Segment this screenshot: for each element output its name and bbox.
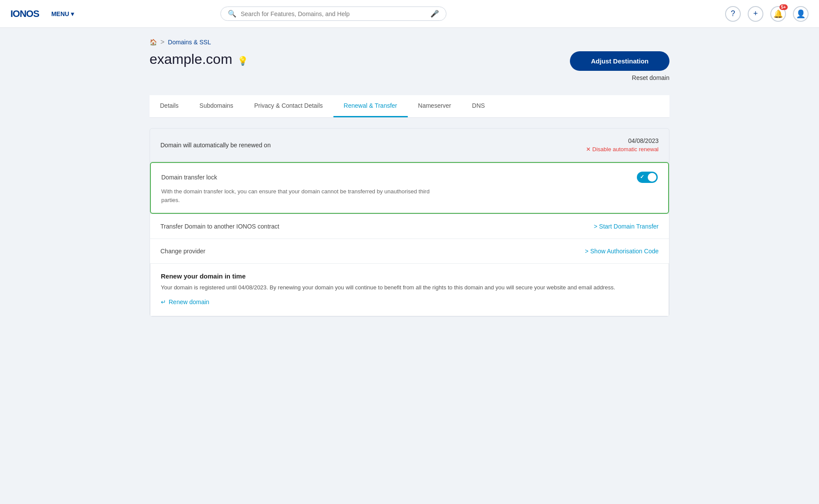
- renew-section: Renew your domain in time Your domain is…: [150, 263, 669, 316]
- renew-domain-link[interactable]: ↵ Renew domain: [161, 298, 658, 305]
- breadcrumb-domains[interactable]: Domains & SSL: [168, 39, 211, 46]
- auto-renew-label: Domain will automatically be renewed on: [160, 142, 271, 149]
- disable-renewal-link[interactable]: ✕ Disable automatic renewal: [586, 146, 659, 153]
- notification-badge: 5+: [779, 4, 788, 10]
- notifications-button[interactable]: 🔔 5+: [770, 6, 786, 22]
- header-icons: ? + 🔔 5+ 👤: [725, 6, 809, 22]
- microphone-icon[interactable]: 🎤: [430, 10, 439, 18]
- bell-icon: 🔔: [773, 9, 783, 19]
- chevron-right-icon: >: [594, 223, 597, 230]
- renewal-date-block: 04/08/2023 ✕ Disable automatic renewal: [586, 137, 659, 153]
- transfer-lock-title: Domain transfer lock: [161, 174, 217, 181]
- transfer-domain-label: Transfer Domain to another IONOS contrac…: [160, 223, 279, 230]
- tab-subdomains[interactable]: Subdomains: [189, 95, 244, 117]
- page-title: example.com: [150, 51, 232, 67]
- user-button[interactable]: 👤: [793, 6, 809, 22]
- adjust-destination-button[interactable]: Adjust Destination: [570, 51, 669, 71]
- user-icon: 👤: [796, 9, 806, 19]
- change-provider-row: Change provider > Show Authorisation Cod…: [150, 239, 669, 263]
- header: IONOS MENU ▾ 🔍 🎤 ? + 🔔 5+ 👤: [0, 0, 819, 28]
- x-icon: ✕: [586, 146, 591, 153]
- tab-renewal[interactable]: Renewal & Transfer: [333, 95, 408, 117]
- transfer-lock-toggle[interactable]: ✓: [637, 172, 658, 183]
- search-bar: 🔍 🎤: [220, 7, 446, 21]
- page-title-left: example.com 💡: [150, 51, 248, 67]
- start-domain-transfer-link[interactable]: > Start Domain Transfer: [594, 223, 659, 230]
- tab-nameserver[interactable]: Nameserver: [408, 95, 462, 117]
- page-title-row: example.com 💡 Adjust Destination Reset d…: [150, 51, 669, 81]
- reset-domain-button[interactable]: Reset domain: [632, 74, 669, 81]
- tab-dns[interactable]: DNS: [462, 95, 496, 117]
- check-icon: ✓: [640, 174, 644, 180]
- chevron-right-icon-2: >: [585, 248, 589, 255]
- tab-details[interactable]: Details: [150, 95, 189, 117]
- question-icon: ?: [731, 9, 735, 18]
- tabs-bar: Details Subdomains Privacy & Contact Det…: [150, 95, 669, 118]
- auto-renewal-row: Domain will automatically be renewed on …: [150, 129, 669, 162]
- logo: IONOS: [10, 8, 39, 20]
- renew-title: Renew your domain in time: [161, 272, 658, 280]
- transfer-lock-description: With the domain transfer lock, you can e…: [161, 187, 431, 204]
- search-input[interactable]: [241, 10, 426, 17]
- cards-container: Domain will automatically be renewed on …: [150, 128, 669, 317]
- renew-description: Your domain is registered until 04/08/20…: [161, 283, 658, 292]
- add-button[interactable]: +: [748, 6, 763, 22]
- page-wrapper: 🏠 > Domains & SSL example.com 💡 Adjust D…: [136, 28, 683, 327]
- bulb-icon[interactable]: 💡: [237, 56, 248, 66]
- page-title-actions: Adjust Destination Reset domain: [570, 51, 669, 81]
- show-authorisation-code-link[interactable]: > Show Authorisation Code: [585, 248, 659, 255]
- plus-icon: +: [753, 9, 758, 18]
- transfer-lock-header: Domain transfer lock ✓: [161, 172, 658, 183]
- change-provider-label: Change provider: [160, 248, 206, 255]
- transfer-domain-row: Transfer Domain to another IONOS contrac…: [150, 214, 669, 239]
- breadcrumb-separator: >: [160, 38, 164, 46]
- menu-button[interactable]: MENU ▾: [48, 9, 77, 19]
- search-icon: 🔍: [228, 10, 236, 18]
- breadcrumb: 🏠 > Domains & SSL: [150, 38, 669, 46]
- help-button[interactable]: ?: [725, 6, 741, 22]
- tab-privacy[interactable]: Privacy & Contact Details: [244, 95, 333, 117]
- renewal-date-value: 04/08/2023: [586, 137, 659, 144]
- transfer-lock-card: Domain transfer lock ✓ With the domain t…: [150, 162, 669, 214]
- toggle-thumb: [648, 173, 656, 182]
- chevron-down-icon: ▾: [71, 10, 74, 17]
- renew-icon: ↵: [161, 298, 166, 305]
- home-icon[interactable]: 🏠: [150, 39, 157, 46]
